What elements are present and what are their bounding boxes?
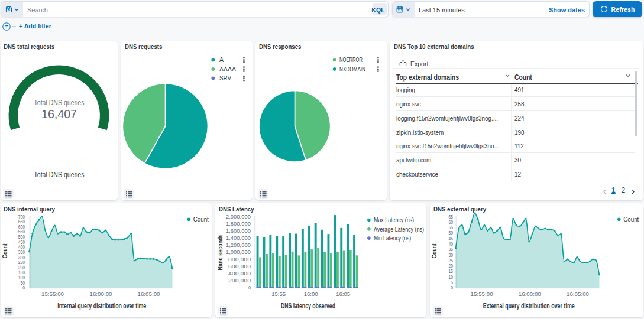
svg-text:Internal query distribution ov: Internal query distribution over time <box>57 302 146 310</box>
svg-text:Max Latency (ns): Max Latency (ns) <box>374 216 414 223</box>
svg-text:SRV: SRV <box>219 74 232 82</box>
svg-text:15:55:00: 15:55:00 <box>471 291 493 297</box>
svg-text:DNS latency observed: DNS latency observed <box>281 302 335 310</box>
svg-text:16:05:00: 16:05:00 <box>567 291 589 297</box>
svg-text:AAAA: AAAA <box>219 66 237 73</box>
svg-text:0: 0 <box>248 285 251 291</box>
svg-text:Count: Count <box>1 243 8 258</box>
svg-text:Count: Count <box>431 243 438 258</box>
svg-text:Count: Count <box>193 216 209 223</box>
svg-text:Total DNS queries: Total DNS queries <box>34 171 85 179</box>
svg-text:1,000,000: 1,000,000 <box>226 249 251 255</box>
svg-text:800,000: 800,000 <box>228 256 251 262</box>
svg-text:0: 0 <box>451 285 453 291</box>
svg-text:16,407: 16,407 <box>41 107 77 121</box>
svg-text:400,000: 400,000 <box>228 271 251 276</box>
svg-text:16:00: 16:00 <box>304 291 318 297</box>
svg-text:Count: Count <box>623 216 639 223</box>
svg-text:600,000: 600,000 <box>228 263 251 269</box>
svg-text:Min Latency (ns): Min Latency (ns) <box>374 235 411 242</box>
svg-text:16:05:00: 16:05:00 <box>138 291 160 297</box>
svg-text:15:55:00: 15:55:00 <box>41 291 64 297</box>
svg-text:16:05: 16:05 <box>336 291 350 297</box>
svg-text:Nano seconds: Nano seconds <box>216 235 224 271</box>
svg-text:200,000: 200,000 <box>228 278 251 284</box>
svg-text:NXDOMAIN: NXDOMAIN <box>339 66 365 73</box>
svg-text:NOERROR: NOERROR <box>339 56 363 63</box>
svg-text:Average Latency (ns): Average Latency (ns) <box>374 226 424 233</box>
svg-text:Total DNS queries: Total DNS queries <box>34 99 85 107</box>
svg-text:16:00:00: 16:00:00 <box>90 291 112 297</box>
svg-text:2,000,000: 2,000,000 <box>226 214 251 220</box>
svg-text:1,600,000: 1,600,000 <box>226 228 251 234</box>
svg-text:0: 0 <box>22 285 25 291</box>
svg-text:External query distribution ov: External query distribution over time <box>483 302 575 310</box>
svg-text:1,200,000: 1,200,000 <box>226 242 251 248</box>
svg-text:16:00:00: 16:00:00 <box>519 291 541 297</box>
svg-text:1,400,000: 1,400,000 <box>226 235 251 241</box>
svg-text:15:55: 15:55 <box>271 291 286 297</box>
svg-text:1,800,000: 1,800,000 <box>226 221 251 227</box>
svg-text:A: A <box>219 56 224 63</box>
